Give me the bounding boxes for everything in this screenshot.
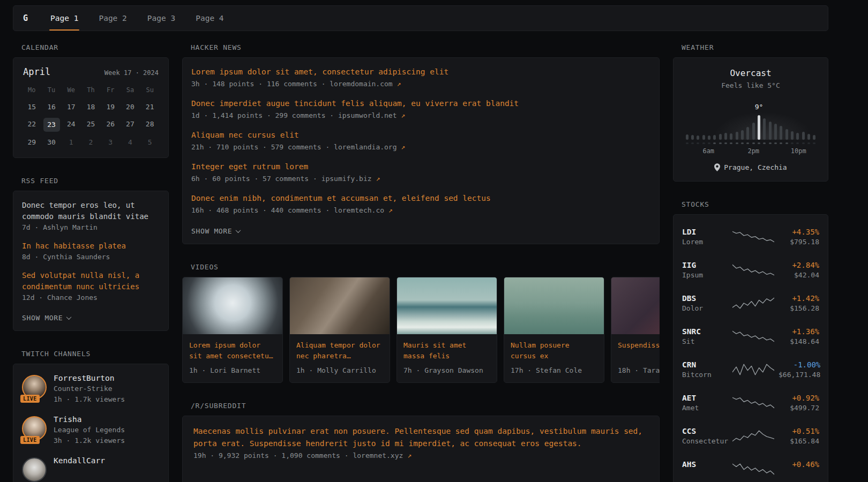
calendar-weekday: Sa [122,84,138,96]
temperature-bar [791,131,794,140]
sparkline-chart [732,429,774,443]
stock-name: Ipsum [682,270,728,280]
channel-category: Counter-Strike [54,383,125,394]
stock-row[interactable]: CRNBitcorn-1.00%$66,171.48 [682,353,819,386]
hn-item: Donec enim nibh, condimentum et accumsan… [191,192,650,216]
twitch-channel[interactable]: KendallCarr [22,455,160,482]
twitch-list: LIVEForrestBurtonCounter-Strike1h · 1.7k… [22,373,160,482]
hn-meta: 1d · 1,414 points · 299 comments · ipsum… [191,110,650,121]
temperature-bar [702,135,705,140]
stock-row[interactable]: IIGIpsum+2.84%$42.04 [682,253,819,287]
hn-domain[interactable]: ipsumify.biz [321,175,372,183]
calendar-day: 21 [141,101,158,114]
reddit-post-title[interactable]: Maecenas mollis pulvinar erat non posuer… [193,425,648,450]
hn-title[interactable]: Donec imperdiet augue tincidunt felis al… [191,97,650,110]
daylight-dot [796,142,799,144]
tab-page-4[interactable]: Page 4 [194,6,225,31]
hn-title[interactable]: Lorem ipsum dolor sit amet, consectetur … [191,66,650,78]
external-link-icon: ↗ [397,111,406,119]
calendar-day: 27 [122,118,138,131]
stock-change: +2.84% [779,260,819,270]
stock-chart [732,230,774,244]
reddit-post: Maecenas mollis pulvinar erat non posuer… [193,425,648,461]
weather-location-label: Prague, Czechia [724,163,787,171]
video-card[interactable]: Suspendisse diam18h · Tara [611,277,660,383]
rss-item-title[interactable]: In hac habitasse platea [22,240,160,252]
video-card[interactable]: Lorem ipsum dolor sit amet consectetu…1h… [182,277,283,383]
hn-show-more-button[interactable]: SHOW MORE [191,227,240,235]
hn-domain[interactable]: loremlandia.org [334,143,396,151]
external-link-icon: ↗ [403,451,411,460]
stock-symbol: AET [682,393,728,403]
calendar-header: April Week 17 · 2024 [22,66,160,77]
video-title[interactable]: Suspendisse diam [618,340,660,362]
rss-show-more-button[interactable]: SHOW MORE [22,314,71,322]
video-thumbnail [183,277,282,334]
stock-row[interactable]: DBSDolor+1.42%$156.28 [682,287,819,320]
stock-values: +4.35%$795.18 [779,227,819,247]
reddit-post-item: Maecenas mollis pulvinar erat non posuer… [193,425,648,461]
channel-name: Trisha [54,414,125,425]
stock-row[interactable]: LDILorem+4.35%$795.18 [682,220,819,253]
stock-id: DBSDolor [682,293,728,313]
weather-bars [684,110,817,144]
video-title[interactable]: Lorem ipsum dolor sit amet consectetu… [189,340,276,362]
hn-info: 21h · 710 points · 579 comments · [191,143,334,151]
stock-row[interactable]: AHS+0.46% [682,453,819,482]
calendar-widget: April Week 17 · 2024 MoTuWeThFrSaSu15161… [13,57,169,158]
hn-title[interactable]: Donec enim nibh, condimentum et accumsan… [191,192,650,205]
stock-chart [732,396,774,410]
temperature-bar [719,134,722,140]
left-column: CALENDAR April Week 17 · 2024 MoTuWeThFr… [13,43,169,482]
rss-item: In hac habitasse platea8d · Cynthia Saun… [22,240,160,262]
calendar-weekday: Mo [24,84,40,96]
video-thumbnail [611,277,660,334]
daylight-dot [746,142,749,144]
twitch-channel[interactable]: LIVETrishaLeague of Legends3h · 1.2k vie… [22,414,160,446]
daylight-dot [702,142,705,144]
weather-location: Prague, Czechia [683,163,818,171]
hn-domain[interactable]: loremtech.co [334,206,384,214]
daylight-dot [763,142,766,144]
temperature-bar [730,133,732,140]
stocks-section-title: STOCKS [682,200,828,208]
stock-values: +0.51%$165.84 [779,426,819,446]
hn-title[interactable]: Integer eget rutrum lorem [191,161,650,173]
stock-row[interactable]: CCSConsectetur+0.51%$165.84 [682,419,819,453]
tab-page-3[interactable]: Page 3 [146,6,176,31]
stock-change: +0.46% [779,459,819,470]
video-card[interactable]: Nullam posuere cursus ex17h · Stefan Col… [504,277,604,383]
video-card[interactable]: Aliquam tempor dolor nec pharetra…1h · M… [289,277,390,383]
stock-row[interactable]: AETAmet+0.92%$499.72 [682,386,819,419]
stock-change: -1.00% [779,359,820,370]
video-card[interactable]: Mauris sit amet massa felis7h · Grayson … [396,277,497,383]
stock-chart [732,363,774,376]
video-title[interactable]: Nullam posuere cursus ex [511,340,597,362]
calendar-day: 15 [24,101,40,114]
hn-title[interactable]: Aliquam nec cursus elit [191,129,650,141]
weather-hour [779,126,784,144]
temperature-bar [713,135,716,140]
stock-values: +2.84%$42.04 [779,260,819,280]
calendar-weekday: Su [141,84,158,96]
rss-item-meta: 12d · Chance Jones [22,292,160,303]
app-logo[interactable]: G [23,6,28,31]
video-title[interactable]: Aliquam tempor dolor nec pharetra… [296,340,383,362]
hn-section-title: HACKER NEWS [191,43,660,51]
stock-row[interactable]: SNRCSit+1.36%$148.64 [682,320,819,353]
hn-meta: 16h · 468 points · 440 comments · loremt… [191,205,650,216]
weather-section-title: WEATHER [682,43,828,51]
twitch-channel[interactable]: LIVEForrestBurtonCounter-Strike1h · 1.7k… [22,373,160,405]
stock-id: CCSConsectetur [682,426,728,446]
tab-page-2[interactable]: Page 2 [98,6,128,31]
hn-domain[interactable]: ipsumworld.net [338,111,397,119]
tab-page-1[interactable]: Page 1 [49,6,79,31]
stock-name: Lorem [682,237,728,247]
hn-domain[interactable]: loremdomain.com [330,80,392,88]
right-column: WEATHER Overcast Feels like 5°C 9° 6am2p… [673,43,828,482]
rss-item-title[interactable]: Sed volutpat nulla nisl, a condimentum n… [22,270,160,292]
rss-item-title[interactable]: Donec tempor eros leo, ut commodo mauris… [22,200,160,222]
daylight-dot [758,142,760,144]
video-title[interactable]: Mauris sit amet massa felis [403,340,490,362]
reddit-post-domain[interactable]: loremnet.xyz [353,451,403,460]
